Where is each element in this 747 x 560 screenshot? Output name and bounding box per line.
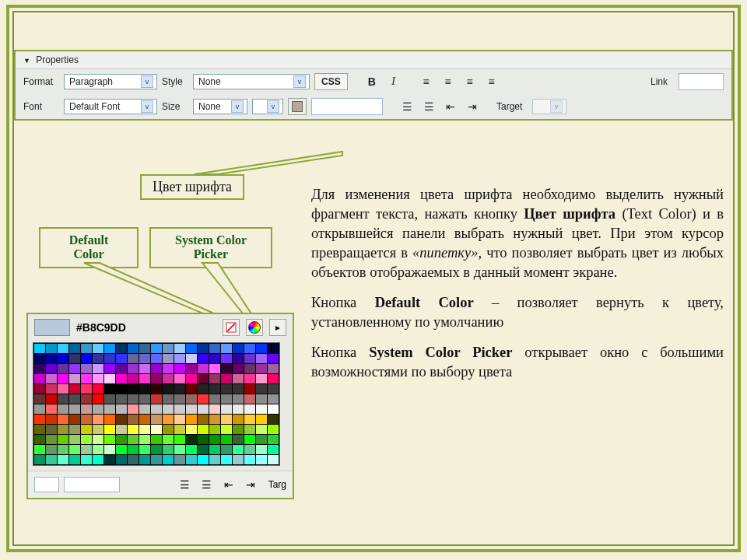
color-swatch[interactable] bbox=[221, 425, 232, 434]
color-swatch[interactable] bbox=[81, 394, 92, 404]
color-swatch[interactable] bbox=[163, 364, 174, 373]
color-swatch[interactable] bbox=[244, 364, 255, 373]
color-swatch[interactable] bbox=[128, 425, 139, 434]
color-swatch[interactable] bbox=[139, 344, 150, 353]
color-swatch[interactable] bbox=[186, 364, 197, 373]
color-swatch[interactable] bbox=[93, 394, 103, 404]
color-swatch[interactable] bbox=[221, 415, 232, 424]
color-swatch[interactable] bbox=[128, 344, 139, 353]
color-swatch[interactable] bbox=[46, 425, 57, 434]
color-swatch[interactable] bbox=[93, 354, 103, 363]
color-swatch[interactable] bbox=[116, 394, 127, 404]
color-swatch[interactable] bbox=[174, 455, 185, 464]
color-swatch[interactable] bbox=[186, 425, 197, 434]
color-swatch[interactable] bbox=[209, 374, 220, 383]
color-swatch[interactable] bbox=[69, 344, 80, 353]
color-swatch[interactable] bbox=[163, 435, 174, 444]
color-swatch[interactable] bbox=[268, 445, 279, 454]
color-swatch[interactable] bbox=[256, 394, 267, 404]
color-swatch[interactable] bbox=[198, 455, 209, 464]
color-swatch[interactable] bbox=[151, 374, 162, 383]
color-swatch[interactable] bbox=[256, 354, 267, 363]
properties-header[interactable]: ▼ Properties bbox=[16, 51, 731, 69]
color-swatch[interactable] bbox=[163, 404, 174, 414]
color-swatch[interactable] bbox=[163, 384, 174, 394]
color-swatch[interactable] bbox=[69, 364, 80, 373]
color-swatch[interactable] bbox=[174, 445, 185, 454]
color-swatch[interactable] bbox=[268, 384, 279, 394]
color-swatch[interactable] bbox=[128, 404, 139, 414]
color-swatch[interactable] bbox=[104, 354, 115, 363]
color-swatch[interactable] bbox=[233, 425, 244, 434]
chevron-down-icon[interactable]: v bbox=[293, 75, 306, 88]
color-swatch[interactable] bbox=[151, 354, 162, 363]
color-swatch[interactable] bbox=[69, 455, 80, 464]
color-swatch[interactable] bbox=[209, 404, 220, 414]
color-swatch[interactable] bbox=[209, 445, 220, 454]
color-swatch[interactable] bbox=[69, 374, 80, 383]
color-swatch[interactable] bbox=[46, 394, 57, 404]
color-swatch[interactable] bbox=[268, 425, 279, 434]
color-swatch[interactable] bbox=[268, 364, 279, 373]
color-swatch[interactable] bbox=[34, 354, 45, 363]
color-swatch[interactable] bbox=[256, 364, 267, 373]
color-swatch[interactable] bbox=[93, 384, 103, 394]
color-swatch[interactable] bbox=[58, 425, 68, 434]
color-swatch[interactable] bbox=[81, 455, 92, 464]
chevron-down-icon[interactable]: v bbox=[267, 100, 279, 113]
link-input[interactable] bbox=[679, 73, 724, 90]
color-swatch[interactable] bbox=[186, 374, 197, 383]
color-swatch[interactable] bbox=[186, 445, 197, 454]
color-swatch[interactable] bbox=[233, 394, 244, 404]
color-swatch[interactable] bbox=[268, 415, 279, 424]
color-swatch[interactable] bbox=[163, 455, 174, 464]
color-swatch[interactable] bbox=[139, 394, 150, 404]
color-swatch[interactable] bbox=[116, 455, 127, 464]
color-swatch[interactable] bbox=[139, 354, 150, 363]
color-swatch[interactable] bbox=[151, 344, 162, 353]
color-swatch[interactable] bbox=[46, 354, 57, 363]
color-swatch[interactable] bbox=[244, 374, 255, 383]
default-color-button[interactable] bbox=[223, 319, 240, 336]
color-swatch[interactable] bbox=[151, 435, 162, 444]
color-swatch[interactable] bbox=[58, 384, 68, 394]
color-swatch[interactable] bbox=[69, 354, 80, 363]
color-swatch[interactable] bbox=[209, 354, 220, 363]
color-swatch[interactable] bbox=[174, 384, 185, 394]
color-swatch[interactable] bbox=[69, 404, 80, 414]
color-swatch[interactable] bbox=[198, 384, 209, 394]
color-swatch[interactable] bbox=[81, 364, 92, 373]
color-swatch[interactable] bbox=[244, 455, 255, 464]
color-swatch[interactable] bbox=[209, 384, 220, 394]
color-swatch[interactable] bbox=[58, 415, 68, 424]
color-swatch[interactable] bbox=[174, 344, 185, 353]
align-left-icon[interactable]: ≡ bbox=[418, 73, 435, 90]
color-swatch[interactable] bbox=[221, 374, 232, 383]
color-swatch[interactable] bbox=[233, 344, 244, 353]
color-swatch[interactable] bbox=[58, 374, 68, 383]
color-swatch[interactable] bbox=[221, 455, 232, 464]
color-swatch[interactable] bbox=[268, 344, 279, 353]
color-swatch[interactable] bbox=[128, 354, 139, 363]
color-swatch[interactable] bbox=[151, 415, 162, 424]
chevron-down-icon[interactable]: v bbox=[231, 100, 244, 113]
color-swatch[interactable] bbox=[186, 384, 197, 394]
color-swatch[interactable] bbox=[151, 425, 162, 434]
color-swatch[interactable] bbox=[139, 364, 150, 373]
color-swatch[interactable] bbox=[244, 404, 255, 414]
color-swatch[interactable] bbox=[104, 344, 115, 353]
color-swatch[interactable] bbox=[34, 445, 45, 454]
color-swatch[interactable] bbox=[93, 404, 103, 414]
picker-current-swatch[interactable] bbox=[34, 477, 59, 492]
color-swatch[interactable] bbox=[139, 404, 150, 414]
color-swatch[interactable] bbox=[268, 455, 279, 464]
color-swatch[interactable] bbox=[186, 404, 197, 414]
color-swatch[interactable] bbox=[93, 344, 103, 353]
color-hex-input[interactable] bbox=[311, 98, 383, 115]
color-swatch[interactable] bbox=[233, 435, 244, 444]
color-swatch[interactable] bbox=[256, 445, 267, 454]
color-swatch[interactable] bbox=[128, 415, 139, 424]
color-swatch[interactable] bbox=[139, 374, 150, 383]
indent-icon[interactable]: ⇥ bbox=[242, 476, 259, 493]
color-swatch[interactable] bbox=[128, 364, 139, 373]
